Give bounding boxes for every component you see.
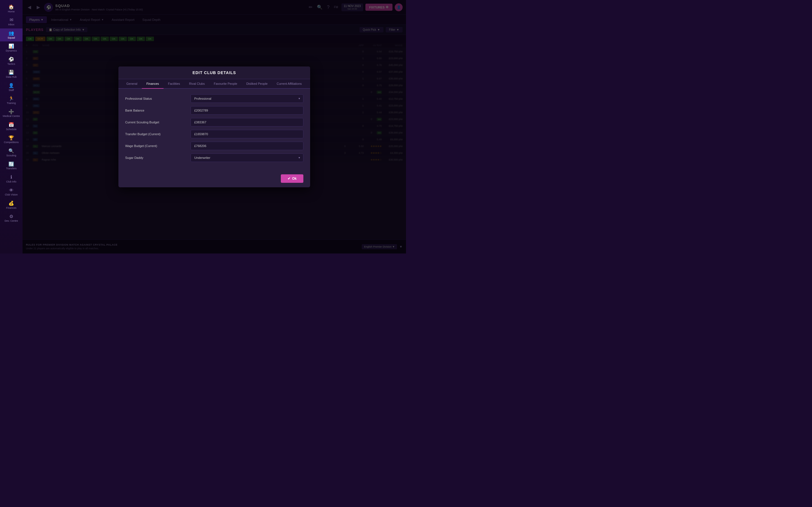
sidebar: 🏠 Home ✉ Inbox 👥 Squad 📊 Dynamics ⚽ Tact…: [0, 0, 22, 253]
modal-tab-disliked-people[interactable]: Disliked People: [242, 79, 272, 89]
sidebar-item-transfers[interactable]: 🔄 Transfers: [0, 159, 22, 172]
sidebar-item-finances[interactable]: 💰 Finances: [0, 199, 22, 212]
modal-tab-general[interactable]: General: [122, 79, 142, 89]
sidebar-item-staff[interactable]: 👤 Staff: [0, 81, 22, 94]
transfer-budget-field[interactable]: [191, 130, 303, 138]
training-icon: 🏃: [8, 96, 14, 101]
sidebar-item-datahub[interactable]: 💾 Data Hub: [0, 68, 22, 80]
modal-footer: ✔ Ok: [118, 171, 310, 187]
finances-icon: 💰: [8, 201, 14, 206]
sidebar-item-squad-label: Squad: [8, 37, 15, 40]
sidebar-item-dynamics[interactable]: 📊 Dynamics: [0, 41, 22, 54]
bank-balance-field[interactable]: [191, 106, 303, 115]
squad-icon: 👥: [8, 31, 14, 36]
professional-status-label: Professional Status: [125, 97, 187, 100]
clubinfo-icon: ℹ: [10, 175, 12, 180]
scouting-budget-label: Current Scouting Budget: [125, 121, 187, 124]
sugar-daddy-label: Sugar Daddy: [125, 156, 187, 159]
modal-body: Professional Status Professional Semi-Pr…: [118, 89, 310, 171]
sidebar-item-competitions[interactable]: 🏆 Competitions: [0, 133, 22, 146]
sidebar-item-clubvision[interactable]: 👁 Club Vision: [0, 186, 22, 199]
main-content: ◀ ▶ ⚽ SQUAD 9th in English Premier Divis…: [22, 0, 406, 253]
home-icon: 🏠: [8, 4, 14, 10]
sidebar-item-medical[interactable]: ➕ Medical Centre: [0, 107, 22, 120]
modal-overlay: EDIT CLUB DETAILS General Finances Facil…: [22, 0, 406, 253]
modal-tab-current-affiliations[interactable]: Current Affiliations: [272, 79, 306, 89]
edit-club-details-modal: EDIT CLUB DETAILS General Finances Facil…: [118, 66, 310, 187]
sidebar-item-inbox-label: Inbox: [8, 23, 14, 26]
transfer-budget-row: Transfer Budget (Current): [125, 130, 303, 138]
sidebar-item-inbox[interactable]: ✉ Inbox: [0, 15, 22, 28]
sidebar-item-clubvision-label: Club Vision: [5, 193, 17, 196]
wage-budget-input[interactable]: [191, 142, 303, 150]
sidebar-item-scouting-label: Scouting: [6, 154, 16, 157]
scouting-budget-row: Current Scouting Budget: [125, 118, 303, 126]
wage-budget-label: Wage Budget (Current): [125, 144, 187, 148]
sugar-daddy-field[interactable]: None Underwriter Benefactor Sugar Daddy: [191, 154, 303, 162]
sidebar-item-clubinfo-label: Club Info: [6, 180, 16, 183]
sidebar-item-scouting[interactable]: 🔍 Scouting: [0, 146, 22, 159]
medical-icon: ➕: [8, 109, 14, 114]
sidebar-item-squad[interactable]: 👥 Squad: [0, 29, 22, 41]
wage-budget-field[interactable]: [191, 142, 303, 150]
scouting-budget-input[interactable]: [191, 118, 303, 126]
modal-tabs: General Finances Facilities Rival Clubs …: [118, 79, 310, 89]
sidebar-item-schedule[interactable]: 📅 Schedule: [0, 120, 22, 133]
tactics-icon: ⚽: [8, 57, 14, 62]
bank-balance-input[interactable]: [191, 106, 303, 115]
sidebar-item-schedule-label: Schedule: [6, 128, 17, 131]
sugar-daddy-select[interactable]: None Underwriter Benefactor Sugar Daddy: [191, 154, 303, 162]
sidebar-item-clubinfo[interactable]: ℹ Club Info: [0, 172, 22, 185]
sidebar-item-training[interactable]: 🏃 Training: [0, 94, 22, 107]
ok-label: Ok: [292, 177, 297, 180]
ok-check-icon: ✔: [288, 177, 290, 180]
modal-tab-current-affiliations-label: Current Affiliations: [276, 82, 302, 86]
modal-tab-favourite-people-label: Favourite People: [214, 82, 237, 86]
modal-tab-facilities[interactable]: Facilities: [163, 79, 185, 89]
sidebar-item-competitions-label: Competitions: [4, 141, 19, 144]
sidebar-item-dynamics-label: Dynamics: [6, 50, 17, 52]
professional-status-field[interactable]: Professional Semi-Professional Amateur: [191, 94, 303, 103]
scouting-icon: 🔍: [8, 149, 14, 154]
modal-tab-finances-label: Finances: [146, 82, 159, 86]
sidebar-item-tactics[interactable]: ⚽ Tactics: [0, 55, 22, 68]
scouting-budget-field[interactable]: [191, 118, 303, 126]
modal-tab-general-label: General: [126, 82, 137, 86]
devcentre-icon: ⚙: [9, 214, 13, 219]
sidebar-item-training-label: Training: [7, 102, 16, 105]
sidebar-item-transfers-label: Transfers: [6, 167, 17, 170]
transfer-budget-label: Transfer Budget (Current): [125, 132, 187, 136]
inbox-icon: ✉: [10, 17, 13, 22]
sidebar-item-devcentre[interactable]: ⚙ Dev. Centre: [0, 212, 22, 225]
clubvision-icon: 👁: [9, 188, 13, 193]
datahub-icon: 💾: [8, 70, 14, 75]
sidebar-item-finances-label: Finances: [6, 207, 17, 210]
bank-balance-row: Bank Balance: [125, 106, 303, 115]
schedule-icon: 📅: [8, 122, 14, 127]
sidebar-item-medical-label: Medical Centre: [3, 115, 20, 118]
bank-balance-label: Bank Balance: [125, 109, 187, 112]
sidebar-item-home-label: Home: [8, 10, 15, 13]
modal-tab-favourite-people[interactable]: Favourite People: [209, 79, 242, 89]
sidebar-item-datahub-label: Data Hub: [6, 76, 17, 78]
sidebar-item-home[interactable]: 🏠 Home: [0, 2, 22, 15]
competitions-icon: 🏆: [8, 135, 14, 140]
modal-tab-rival-clubs[interactable]: Rival Clubs: [185, 79, 209, 89]
sidebar-item-staff-label: Staff: [9, 89, 14, 92]
professional-status-row: Professional Status Professional Semi-Pr…: [125, 94, 303, 103]
dynamics-icon: 📊: [8, 44, 14, 49]
modal-title: EDIT CLUB DETAILS: [118, 66, 310, 79]
transfers-icon: 🔄: [8, 162, 14, 167]
professional-status-select[interactable]: Professional Semi-Professional Amateur: [191, 94, 303, 103]
transfer-budget-input[interactable]: [191, 130, 303, 138]
sidebar-item-devcentre-label: Dev. Centre: [4, 220, 18, 223]
modal-tab-facilities-label: Facilities: [168, 82, 180, 86]
ok-button[interactable]: ✔ Ok: [281, 174, 303, 183]
sugar-daddy-row: Sugar Daddy None Underwriter Benefactor …: [125, 154, 303, 162]
sidebar-item-tactics-label: Tactics: [7, 63, 15, 66]
modal-tab-finances[interactable]: Finances: [142, 79, 163, 89]
staff-icon: 👤: [8, 83, 14, 88]
modal-tab-rival-clubs-label: Rival Clubs: [189, 82, 205, 86]
wage-budget-row: Wage Budget (Current): [125, 142, 303, 150]
modal-tab-disliked-people-label: Disliked People: [246, 82, 267, 86]
